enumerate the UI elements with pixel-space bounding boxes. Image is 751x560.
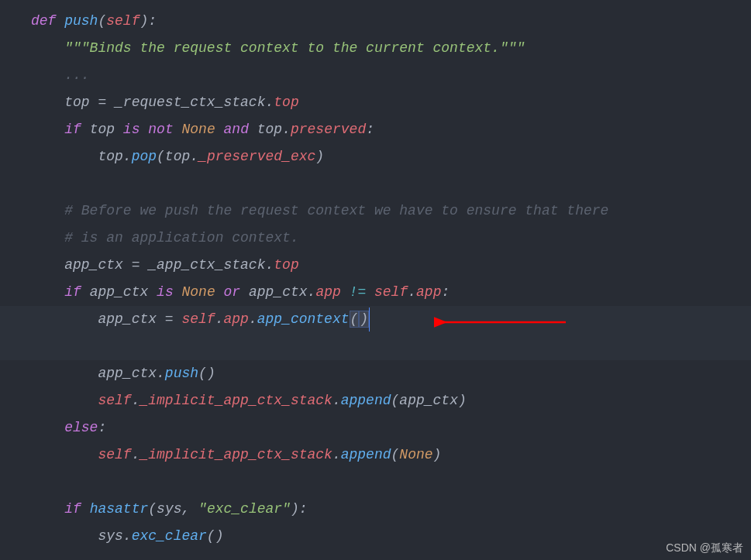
bracket-close: ) xyxy=(359,311,369,328)
keyword-def: def xyxy=(31,13,56,29)
bracket-open: ( xyxy=(350,311,360,328)
text-cursor: ) xyxy=(359,306,369,333)
var: _request_ctx_stack xyxy=(115,94,265,110)
code-line[interactable]: ... xyxy=(31,62,751,89)
code-line[interactable]: # Before we push the request context we … xyxy=(31,198,751,225)
code-line[interactable]: self._implicit_app_ctx_stack.append(None… xyxy=(31,441,751,469)
param-self: self xyxy=(106,13,140,29)
code-line[interactable]: app_ctx.push() xyxy=(31,360,751,387)
code-line-empty[interactable] xyxy=(31,550,751,560)
code-line[interactable]: sys.exc_clear() xyxy=(31,523,751,550)
annotation-arrow-icon xyxy=(434,314,574,331)
comment: # Before we push the request context we … xyxy=(64,203,608,218)
code-editor[interactable]: def push(self): """Binds the request con… xyxy=(0,0,751,560)
code-line-empty[interactable] xyxy=(31,170,751,198)
code-line[interactable]: top = _request_ctx_stack.top xyxy=(31,89,751,116)
code-line[interactable]: app_ctx = _app_ctx_stack.top xyxy=(31,252,751,279)
code-line[interactable]: self._implicit_app_ctx_stack.append(app_… xyxy=(31,387,751,414)
watermark-text: CSDN @孤寒者 xyxy=(666,541,743,555)
code-line[interactable]: if top is not None and top.preserved: xyxy=(31,116,751,143)
code-line-empty[interactable] xyxy=(31,469,751,496)
code-line-active[interactable]: app_ctx = self.app.app_context() xyxy=(0,306,751,360)
code-line[interactable]: top.pop(top._preserved_exc) xyxy=(31,143,751,170)
ellipsis: ... xyxy=(64,67,89,83)
function-name: push xyxy=(64,13,98,29)
comment: # is an application context. xyxy=(64,230,298,246)
code-line[interactable]: else: xyxy=(31,414,751,441)
code-line[interactable]: def push(self): xyxy=(31,8,751,35)
code-line[interactable]: if hasattr(sys, "exc_clear"): xyxy=(31,496,751,523)
code-line[interactable]: """Binds the request context to the curr… xyxy=(31,35,751,62)
docstring: """Binds the request context to the curr… xyxy=(64,40,525,56)
code-line[interactable]: # is an application context. xyxy=(31,225,751,252)
code-line[interactable]: if app_ctx is None or app_ctx.app != sel… xyxy=(31,279,751,306)
